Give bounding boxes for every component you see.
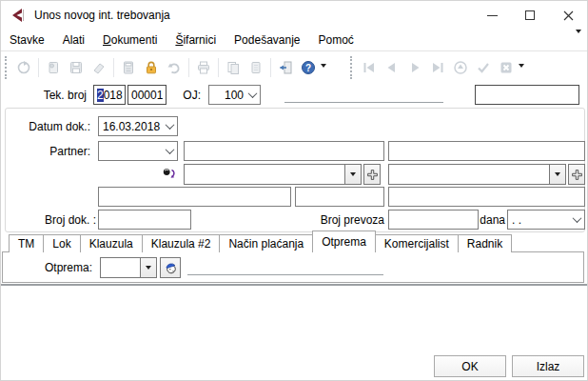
tab-klauzula[interactable]: Klauzula xyxy=(80,234,143,252)
undo-icon xyxy=(167,60,182,75)
exit-button[interactable] xyxy=(274,56,297,79)
tab-radnik[interactable]: Radnik xyxy=(458,234,512,252)
cancel-button[interactable] xyxy=(495,56,518,79)
print-button[interactable] xyxy=(192,56,215,79)
oj-description-field xyxy=(284,84,443,103)
otprema-tab-panel: Otprema: xyxy=(2,251,584,283)
dropdown-button[interactable] xyxy=(549,165,565,184)
plus-icon xyxy=(366,169,379,181)
toolbar-separator xyxy=(113,58,114,77)
postal-code-input[interactable] xyxy=(295,187,384,207)
tab-klauzula-2[interactable]: Klauzula #2 xyxy=(142,234,221,252)
confirm-check-icon xyxy=(476,60,491,75)
otprema-combobox[interactable] xyxy=(100,257,157,278)
title-bar: Unos novog int. trebovanja xyxy=(1,1,587,30)
dana-label: dana xyxy=(480,210,505,230)
copy-document-button[interactable] xyxy=(222,56,245,79)
chevron-down-icon xyxy=(573,213,582,223)
tab-komercijalist[interactable]: Komercijalist xyxy=(375,234,459,252)
oj-combobox[interactable]: 100 xyxy=(208,85,261,105)
nav-options-button[interactable] xyxy=(518,64,527,71)
otprema-person-button[interactable] xyxy=(160,257,181,278)
broj-prevoza-input[interactable] xyxy=(388,210,479,230)
menu-alati[interactable]: Alati xyxy=(63,33,85,47)
eraser-check-icon xyxy=(91,60,107,75)
maximize-button[interactable] xyxy=(511,1,549,30)
tab-lok[interactable]: Lok xyxy=(43,234,80,252)
pin-note-button[interactable] xyxy=(42,56,65,79)
tab-nacin-placanja[interactable]: Način plaćanja xyxy=(219,234,313,252)
svg-text:?: ? xyxy=(305,63,311,73)
dropdown-button[interactable] xyxy=(344,165,361,184)
edit-confirm-button[interactable] xyxy=(88,56,110,79)
lock-button[interactable] xyxy=(140,56,163,79)
location-combobox[interactable] xyxy=(184,164,362,185)
confirm-button[interactable] xyxy=(472,56,495,79)
menu-stavke[interactable]: Stavke xyxy=(10,33,45,47)
add-location-button[interactable] xyxy=(363,164,381,185)
menu-dokumenti[interactable]: Dokumenti xyxy=(103,33,157,47)
chevron-down-icon xyxy=(576,30,581,47)
save-button[interactable] xyxy=(65,56,88,79)
undo-button[interactable] xyxy=(163,56,186,79)
partner-name2-input[interactable] xyxy=(388,141,585,161)
toolbar-separator xyxy=(270,58,271,77)
help-button[interactable]: ? xyxy=(297,56,320,79)
dana-value: . . xyxy=(512,213,574,227)
close-button[interactable] xyxy=(549,1,587,30)
dropdown-arrow-icon xyxy=(146,266,151,270)
city-input[interactable] xyxy=(388,187,585,207)
otprema-description-field xyxy=(187,256,383,275)
menu-podesavanje[interactable]: Podešavanje xyxy=(234,33,300,47)
location2-combobox[interactable] xyxy=(388,164,566,185)
year-input[interactable]: 2018 xyxy=(93,85,126,105)
address-input[interactable] xyxy=(98,187,291,207)
toolbar-options-button[interactable] xyxy=(320,64,329,71)
menu-pomoc[interactable]: Pomoć xyxy=(319,33,354,47)
refresh-record-button[interactable] xyxy=(449,56,472,79)
oj-value: 100 xyxy=(213,89,249,102)
otprema-label: Otprema: xyxy=(10,257,92,277)
paste-document-icon xyxy=(248,60,264,75)
partner-code-combobox[interactable] xyxy=(98,141,178,161)
paste-document-button[interactable] xyxy=(245,56,267,79)
nav-previous-button[interactable] xyxy=(381,56,403,79)
doc-number-input[interactable] xyxy=(127,85,167,105)
toolbar-separator xyxy=(218,58,219,77)
datum-dok-combobox[interactable]: 16.03.2018 xyxy=(98,116,178,136)
lock-icon xyxy=(144,60,159,75)
tab-strip: TM Lok Klauzula Klauzula #2 Način plaćan… xyxy=(9,231,511,252)
header-extra-input[interactable] xyxy=(475,85,579,105)
chevron-down-icon xyxy=(166,145,175,154)
year-rest-text: 018 xyxy=(104,89,123,102)
dana-date-combobox[interactable]: . . xyxy=(507,210,585,230)
minimize-button[interactable] xyxy=(473,1,511,30)
tab-otprema[interactable]: Otprema xyxy=(312,231,376,252)
izlaz-button[interactable]: Izlaz xyxy=(512,355,584,377)
new-record-button[interactable] xyxy=(12,56,35,79)
add-location2-button[interactable] xyxy=(568,164,585,185)
nav-first-icon xyxy=(362,60,377,75)
tab-tm[interactable]: TM xyxy=(9,234,44,252)
dropdown-button[interactable] xyxy=(140,258,156,277)
calculator-button[interactable] xyxy=(117,56,140,79)
toolbar-grip[interactable] xyxy=(5,56,10,79)
nav-next-button[interactable] xyxy=(403,56,426,79)
broj-dok-input[interactable] xyxy=(98,210,191,230)
save-icon xyxy=(69,60,84,75)
nav-last-button[interactable] xyxy=(426,56,449,79)
calculator-icon xyxy=(121,60,136,75)
datum-dok-value: 16.03.2018 xyxy=(103,120,167,133)
dialog-window: Unos novog int. trebovanja Stavke Alati … xyxy=(0,0,588,381)
menu-overflow-button[interactable] xyxy=(576,33,581,47)
ok-button[interactable]: OK xyxy=(434,355,506,377)
nav-next-icon xyxy=(407,60,422,75)
menu-sifarnici[interactable]: Šifarnici xyxy=(175,33,216,47)
window-title: Unos novog int. trebovanja xyxy=(34,9,170,22)
partner-name-input[interactable] xyxy=(184,141,384,161)
toolbar-grip[interactable] xyxy=(350,56,355,79)
dropdown-arrow-icon xyxy=(555,172,560,176)
help-globe-icon: ? xyxy=(301,60,316,75)
nav-first-button[interactable] xyxy=(358,56,381,79)
partner-lookup-icon xyxy=(162,167,177,182)
